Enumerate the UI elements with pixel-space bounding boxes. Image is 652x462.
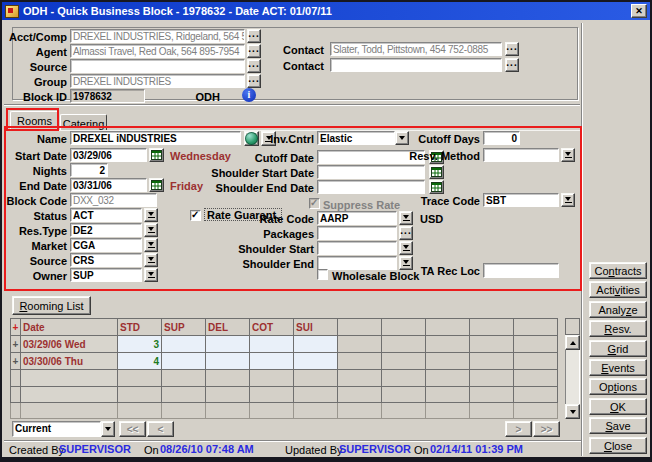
wholesale-block-checkbox[interactable] — [317, 269, 328, 280]
chevron-down-icon — [565, 152, 571, 156]
view-filter-combo[interactable]: Current — [12, 421, 101, 437]
source2-label: Source — [2, 255, 67, 267]
save-button[interactable]: Save — [589, 417, 647, 434]
analyze-button[interactable]: Analyze — [589, 301, 647, 318]
table-row: + 03/30/06 Thu 4 — [11, 353, 558, 370]
created-on-value: 08/26/10 07:48 AM — [160, 443, 254, 455]
source2-lov-button[interactable] — [144, 253, 158, 267]
nights-field[interactable]: 2 — [70, 163, 108, 177]
owner-lov-button[interactable] — [144, 268, 158, 282]
rate-code-label: Rate Code — [182, 213, 314, 225]
contact1-field[interactable]: Slater, Todd, Pittstown, 454 752-0885 — [330, 42, 502, 56]
contact2-lookup-button[interactable]: ... — [505, 58, 519, 72]
start-date-calendar-button[interactable] — [149, 148, 164, 162]
activities-button[interactable]: Activities — [589, 281, 647, 298]
status-label: Status — [2, 210, 67, 222]
source2-field[interactable]: CRS — [70, 253, 142, 267]
next-page-button[interactable]: > — [505, 421, 532, 437]
scroll-down-button[interactable] — [565, 404, 580, 419]
row-expand-icon[interactable]: + — [11, 353, 21, 370]
chevron-down-icon — [403, 260, 409, 264]
rate-code-field[interactable]: AARP — [317, 211, 397, 225]
scrollbar-track[interactable] — [565, 350, 580, 404]
block-id-field: 1978632 — [70, 89, 145, 103]
grid-std-cell[interactable]: 3 — [118, 336, 162, 353]
scroll-up-button[interactable] — [565, 335, 580, 350]
resv-method-lov-button[interactable] — [561, 148, 575, 162]
shoulder-end-date-calendar-button[interactable] — [429, 180, 444, 194]
market-lov-button[interactable] — [144, 238, 158, 252]
divider — [4, 440, 581, 442]
shoulder-start-date-field[interactable] — [317, 165, 425, 179]
tab-catering[interactable]: Catering — [60, 114, 107, 131]
close-button[interactable]: Close — [589, 437, 647, 454]
last-page-button[interactable]: >> — [533, 421, 560, 437]
acct-comp-field[interactable]: DREXEL INDUSTRIES, Ridgeland, 564 52 — [70, 29, 245, 43]
resv-method-field[interactable] — [483, 148, 559, 162]
room-nights-grid: + Date STD SUP DEL COT SUI + 03/29/06 We… — [10, 318, 558, 419]
shoulder-start-field[interactable] — [317, 241, 397, 255]
updated-by-label: Updated By — [285, 444, 342, 456]
rate-code-lov-button[interactable] — [399, 211, 413, 225]
chevron-down-icon — [403, 215, 409, 219]
info-icon[interactable]: i — [242, 88, 256, 102]
chevron-down-icon — [565, 197, 571, 201]
start-date-field[interactable]: 03/29/06 — [70, 148, 147, 162]
calendar-icon — [151, 180, 162, 190]
divider — [4, 104, 580, 106]
row-expand-icon[interactable]: + — [11, 336, 21, 353]
ok-button[interactable]: OK — [589, 398, 647, 415]
contact2-label: Contact — [252, 60, 324, 72]
col-header-date: Date — [21, 319, 118, 336]
group-field[interactable]: DREXEL INDUSTRIES — [70, 74, 245, 88]
prev-page-button[interactable]: < — [147, 421, 174, 437]
res-type-lov-button[interactable] — [144, 223, 158, 237]
end-date-calendar-button[interactable] — [149, 178, 164, 192]
grid-button[interactable]: Grid — [589, 340, 647, 357]
packages-lookup-button[interactable]: ... — [399, 226, 413, 240]
source-field[interactable] — [70, 59, 245, 73]
grid-date-cell[interactable]: 03/30/06 Thu — [21, 353, 118, 370]
agent-field[interactable]: Almassi Travel, Red Oak, 564 895-7954 — [70, 44, 245, 58]
ta-rec-loc-field[interactable] — [483, 263, 559, 278]
status-field[interactable]: ACT — [70, 208, 142, 222]
packages-label: Packages — [182, 228, 314, 240]
status-lov-button[interactable] — [144, 208, 158, 222]
col-header-cot: COT — [250, 319, 294, 336]
packages-field[interactable] — [317, 226, 397, 240]
table-row: + 03/29/06 Wed 3 — [11, 336, 558, 353]
rooming-list-button[interactable]: Rooming List — [12, 296, 91, 315]
grid-date-cell[interactable]: 03/29/06 Wed — [21, 336, 118, 353]
trace-code-field[interactable]: SBT — [483, 193, 559, 207]
market-field[interactable]: CGA — [70, 238, 142, 252]
currency-label: USD — [420, 213, 450, 225]
first-page-button[interactable]: << — [119, 421, 146, 437]
res-type-field[interactable]: DE2 — [70, 223, 142, 237]
tab-rooms[interactable]: Rooms — [10, 111, 59, 131]
trace-code-lov-button[interactable] — [561, 193, 575, 207]
calendar-icon — [431, 167, 442, 177]
view-filter-dropdown-button[interactable] — [101, 421, 115, 437]
created-on-label: On — [144, 444, 159, 456]
shoulder-start-lov-button[interactable] — [399, 241, 413, 255]
resv-button[interactable]: Resv. — [589, 320, 647, 337]
end-date-field[interactable]: 03/31/06 — [70, 178, 147, 192]
close-icon[interactable]: ✕ — [631, 4, 647, 18]
contracts-button[interactable]: Contracts — [589, 262, 647, 279]
events-button[interactable]: Events — [589, 359, 647, 376]
contact1-lookup-button[interactable]: ... — [505, 42, 519, 56]
chevron-down-icon — [148, 212, 154, 216]
shoulder-end-date-field[interactable] — [317, 180, 425, 194]
shoulder-start-date-calendar-button[interactable] — [429, 165, 444, 179]
res-type-label: Res.Type — [2, 225, 67, 237]
block-code-label: Block Code — [2, 195, 67, 207]
updated-on-value: 02/14/11 01:39 PM — [430, 443, 523, 455]
add-row-icon[interactable]: + — [11, 319, 21, 336]
options-button[interactable]: Options — [589, 378, 647, 395]
contact2-field[interactable] — [330, 58, 502, 72]
cutoff-days-field[interactable]: 0 — [483, 131, 520, 145]
group-lookup-button[interactable]: ... — [247, 74, 261, 88]
acct-comp-lookup-button[interactable]: ... — [247, 29, 261, 43]
owner-field[interactable]: SUP — [70, 268, 142, 282]
grid-std-cell[interactable]: 4 — [118, 353, 162, 370]
